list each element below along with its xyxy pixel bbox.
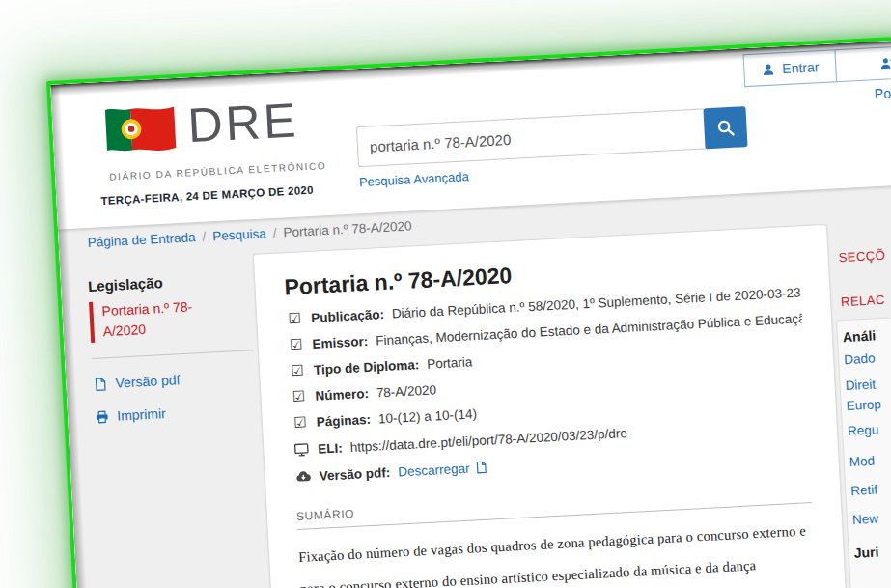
printer-icon bbox=[95, 409, 110, 425]
sections-link[interactable]: SECÇÕ bbox=[838, 248, 885, 266]
checkbox-checked-icon: ☑ bbox=[292, 415, 310, 431]
breadcrumb-search-link[interactable]: Pesquisa bbox=[212, 226, 266, 243]
document-card: Portaria n.º 78-A/2020 ☑ Publicação: Diá… bbox=[253, 224, 851, 588]
meta-value: 10-(12) a 10-(14) bbox=[378, 406, 478, 426]
search-icon bbox=[716, 118, 736, 137]
related-link[interactable]: RELAC bbox=[841, 293, 886, 309]
related-panel: SECÇÕ RELAC Análi Dado Direit Europ Regu… bbox=[838, 229, 891, 238]
related-item-link[interactable]: New bbox=[852, 512, 879, 527]
checkbox-checked-icon: ☑ bbox=[290, 389, 308, 405]
pdf-version-link[interactable]: Versão pdf bbox=[93, 368, 256, 392]
site-page: DRE DIÁRIO DA REPÚBLICA ELETRÓNICO TERÇA… bbox=[50, 34, 891, 588]
meta-label: Publicação: bbox=[311, 307, 384, 325]
monitor-icon bbox=[292, 441, 311, 458]
search-input[interactable] bbox=[356, 108, 708, 167]
pdf-version-label: Versão pdf bbox=[115, 372, 181, 390]
meta-label: Emissor: bbox=[312, 334, 368, 351]
language-link[interactable]: Port bbox=[874, 85, 891, 101]
page-body: Página de Entrada/Pesquisa/Portaria n.º … bbox=[58, 179, 891, 588]
related-item-link[interactable]: Mod bbox=[849, 454, 875, 469]
related-item-link[interactable]: Retif bbox=[850, 483, 878, 498]
cloud-download-icon bbox=[293, 468, 312, 485]
download-link[interactable]: Descarregar bbox=[398, 460, 488, 479]
related-item-link[interactable]: Direit Europ bbox=[845, 373, 891, 416]
login-button[interactable]: Entrar bbox=[743, 49, 838, 87]
checkbox-checked-icon: ☑ bbox=[289, 363, 307, 378]
login-label: Entrar bbox=[782, 59, 820, 76]
meta-label: ELI: bbox=[318, 440, 343, 456]
sidebar-divider bbox=[92, 350, 254, 359]
logo-acronym: DRE bbox=[186, 95, 299, 151]
meta-label: Tipo de Diploma: bbox=[314, 357, 420, 378]
left-sidebar: Legislação Portaria n.º 78-A/2020 Versão… bbox=[88, 269, 258, 425]
eli-url[interactable]: https://data.dre.pt/eli/port/78-A/2020/0… bbox=[349, 426, 627, 455]
related-item-link[interactable]: Regu bbox=[848, 422, 879, 438]
pdf-file-icon bbox=[93, 377, 108, 392]
sidebar-heading: Legislação bbox=[88, 269, 251, 294]
print-link[interactable]: Imprimir bbox=[95, 401, 258, 425]
checkbox-checked-icon: ☑ bbox=[287, 337, 305, 352]
search-button[interactable] bbox=[703, 106, 747, 149]
sidebar-item-active[interactable]: Portaria n.º 78-A/2020 bbox=[89, 295, 217, 343]
meta-label: Número: bbox=[315, 386, 369, 404]
meta-value: 78-A/2020 bbox=[376, 382, 436, 400]
print-label: Imprimir bbox=[117, 406, 166, 424]
breadcrumb-home-link[interactable]: Página de Entrada bbox=[87, 230, 195, 250]
dre-logo[interactable]: DRE bbox=[99, 95, 299, 159]
breadcrumb-separator: / bbox=[272, 226, 277, 240]
related-item-link[interactable]: Dado bbox=[844, 350, 876, 367]
download-label: Descarregar bbox=[398, 461, 470, 479]
advanced-search-link[interactable]: Pesquisa Avançada bbox=[359, 169, 470, 189]
analysis-heading: Análi bbox=[843, 327, 877, 345]
pdf-file-icon bbox=[474, 461, 488, 475]
screenshot-frame: DRE DIÁRIO DA REPÚBLICA ELETRÓNICO TERÇA… bbox=[46, 30, 891, 588]
meta-label: Versão pdf: bbox=[319, 464, 390, 483]
logo-subtitle: DIÁRIO DA REPÚBLICA ELETRÓNICO bbox=[109, 160, 327, 182]
breadcrumb-current: Portaria n.º 78-A/2020 bbox=[283, 218, 412, 239]
meta-label: Páginas: bbox=[316, 412, 371, 430]
register-button[interactable]: Reg bbox=[834, 42, 891, 82]
checkbox-checked-icon: ☑ bbox=[286, 311, 304, 326]
date-line: TERÇA-FEIRA, 24 DE MARÇO DE 2020 bbox=[100, 184, 314, 208]
breadcrumb-separator: / bbox=[202, 230, 207, 244]
jurisprudence-heading: Juri bbox=[853, 545, 878, 561]
user-plus-icon bbox=[878, 55, 891, 70]
portugal-flag-icon bbox=[99, 101, 180, 159]
user-icon bbox=[761, 62, 776, 77]
meta-value: Portaria bbox=[427, 354, 473, 371]
